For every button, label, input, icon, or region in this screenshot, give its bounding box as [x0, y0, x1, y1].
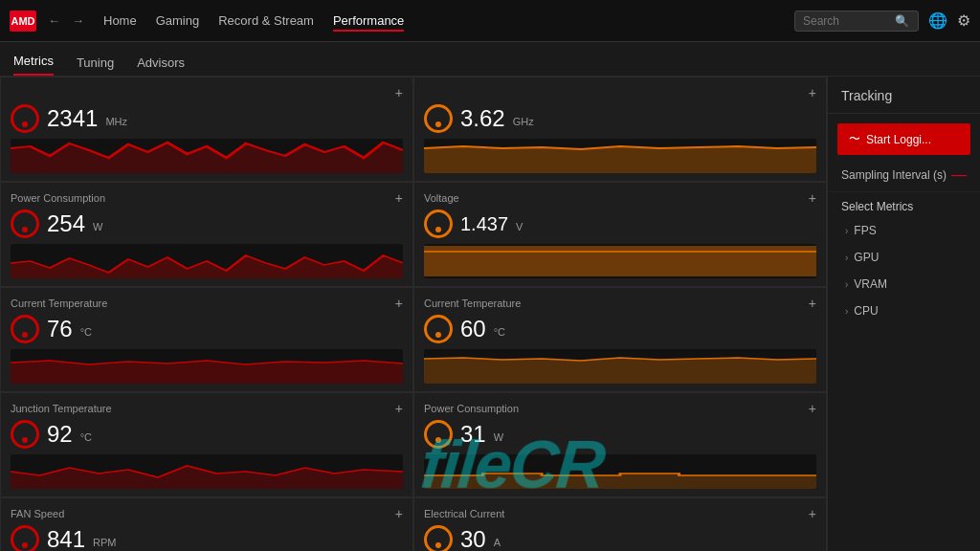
nav-arrows: ← → [44, 11, 88, 30]
svg-rect-0 [424, 246, 816, 276]
metric-value-row-clock: 2341 MHz [11, 104, 403, 133]
metric-value-row-ghz: 3.62 GHz [424, 104, 816, 133]
sidebar-item-fps[interactable]: › FPS [828, 217, 980, 244]
search-icon: 🔍 [895, 14, 909, 28]
metric-label-power: Power Consumption [11, 192, 105, 204]
tab-advisors[interactable]: Advisors [137, 55, 185, 76]
metric-label-ecurr: Electrical Current [424, 508, 504, 519]
metrics-container: + 2341 MHz + [0, 77, 827, 551]
metric-header-ctemp: Current Temperature + [424, 296, 816, 311]
metric-label-ctemp: Current Temperature [424, 298, 521, 309]
metric-unit-ctemp: °C [494, 326, 505, 338]
search-area: 🔍 🌐 ⚙ [794, 11, 970, 32]
sampling-interval-label: Sampling Interval (s) [841, 168, 947, 182]
dial-clock [11, 104, 39, 133]
add-ghz-metric[interactable]: + [809, 85, 816, 100]
metric-number-ecurr: 30 [460, 528, 486, 551]
add-ecurr-metric[interactable]: + [809, 506, 816, 521]
sub-navigation: Metrics Tuning Advisors [0, 42, 980, 77]
metric-unit-ecurr: A [494, 537, 501, 548]
metric-unit-temp: °C [80, 326, 92, 338]
sidebar-item-gpu[interactable]: › GPU [828, 244, 980, 271]
metric-value-row-ecurr: 30 A [424, 525, 816, 551]
add-voltage-metric[interactable]: + [809, 190, 816, 206]
sidebar-item-vram[interactable]: › VRAM [828, 271, 980, 298]
sampling-interval-section[interactable]: Sampling Interval (s) — [828, 159, 980, 192]
metric-value-row-pwr: 31 W [424, 420, 816, 449]
metric-number-jtemp: 92 [47, 423, 73, 446]
dial-power [11, 209, 39, 238]
metric-value-row-fan: 841 RPM [11, 525, 403, 551]
add-pwr-metric[interactable]: + [809, 401, 816, 416]
metric-header-ghz: + [424, 85, 816, 100]
gpu-label: GPU [854, 251, 879, 264]
right-sidebar: Tracking 〜 Start Loggi... Sampling Inter… [827, 77, 980, 551]
metric-header-voltage: Voltage + [424, 190, 816, 206]
sampling-interval-minus[interactable]: — [951, 166, 967, 184]
metric-unit-clock: MHz [105, 116, 127, 127]
main-area: + 2341 MHz + [0, 77, 980, 551]
metric-header-pwr: Power Consumption + [424, 401, 816, 416]
tab-tuning[interactable]: Tuning [77, 55, 114, 76]
nav-links: Home Gaming Record & Stream Performance [103, 10, 404, 32]
metric-unit-power: W [93, 221, 102, 232]
chart-icon: 〜 [849, 131, 860, 147]
globe-icon[interactable]: 🌐 [928, 11, 947, 30]
select-metrics-title: Select Metrics [828, 192, 980, 217]
nav-home[interactable]: Home [103, 10, 137, 32]
nav-performance[interactable]: Performance [333, 10, 404, 32]
chart-ghz [424, 139, 816, 173]
add-fan-metric[interactable]: + [395, 506, 403, 521]
sidebar-item-cpu[interactable]: › CPU [828, 298, 980, 324]
metric-label-voltage: Voltage [424, 192, 459, 204]
metric-label-pwr: Power Consumption [424, 403, 519, 414]
nav-gaming[interactable]: Gaming [156, 10, 200, 32]
metric-unit-pwr: W [494, 431, 503, 443]
metric-panel-ctemp: Current Temperature + 60 °C [413, 287, 827, 392]
metric-panel-temp: Current Temperature + 76 °C [0, 287, 413, 392]
metric-label-temp: Current Temperature [11, 298, 107, 309]
dial-fan [11, 525, 39, 551]
metric-number-fan: 841 [47, 528, 85, 551]
amd-logo: AMD [10, 11, 36, 32]
add-power-metric[interactable]: + [395, 190, 403, 206]
search-input[interactable] [803, 14, 889, 28]
sidebar-title: Tracking [828, 77, 980, 114]
dial-pwr [424, 420, 453, 449]
start-logging-button[interactable]: 〜 Start Loggi... [837, 123, 970, 155]
metric-value-row-jtemp: 92 °C [11, 420, 403, 449]
dial-jtemp [11, 420, 39, 449]
search-box[interactable]: 🔍 [794, 11, 919, 32]
add-temp-metric[interactable]: + [395, 296, 403, 311]
metric-panel-voltage: Voltage + 1.437 V [413, 182, 827, 287]
metric-value-row-temp: 76 °C [11, 315, 403, 343]
settings-icon[interactable]: ⚙ [957, 11, 970, 30]
chart-clock [11, 139, 403, 173]
metric-panel-ghz: + 3.62 GHz [413, 77, 827, 182]
metric-header-fan: FAN Speed + [11, 506, 403, 521]
metric-panel-jtemp: Junction Temperature + 92 °C [0, 392, 413, 497]
forward-button[interactable]: → [68, 11, 88, 30]
metric-number-temp: 76 [47, 318, 73, 341]
add-clock-metric[interactable]: + [395, 85, 403, 100]
metric-number-voltage: 1.437 [460, 214, 508, 233]
nav-record-stream[interactable]: Record & Stream [218, 10, 314, 32]
dial-temp [11, 315, 39, 343]
metric-header-jtemp: Junction Temperature + [11, 401, 403, 416]
chart-voltage [424, 244, 816, 278]
back-button[interactable]: ← [44, 11, 64, 30]
metric-unit-fan: RPM [93, 537, 116, 548]
add-ctemp-metric[interactable]: + [809, 296, 816, 311]
metric-label-fan: FAN Speed [11, 508, 64, 519]
add-jtemp-metric[interactable]: + [395, 401, 403, 416]
metric-panel-power: Power Consumption + 254 W [0, 182, 413, 287]
metric-number-pwr: 31 [460, 423, 486, 446]
cpu-label: CPU [854, 304, 878, 318]
metrics-grid: + 2341 MHz + [0, 77, 827, 551]
chevron-gpu-icon: › [845, 253, 848, 263]
metric-number-ghz: 3.62 [460, 107, 505, 130]
tab-metrics[interactable]: Metrics [13, 54, 54, 76]
metric-header-temp: Current Temperature + [11, 296, 403, 311]
chart-power [11, 244, 403, 278]
chart-pwr [424, 454, 816, 489]
